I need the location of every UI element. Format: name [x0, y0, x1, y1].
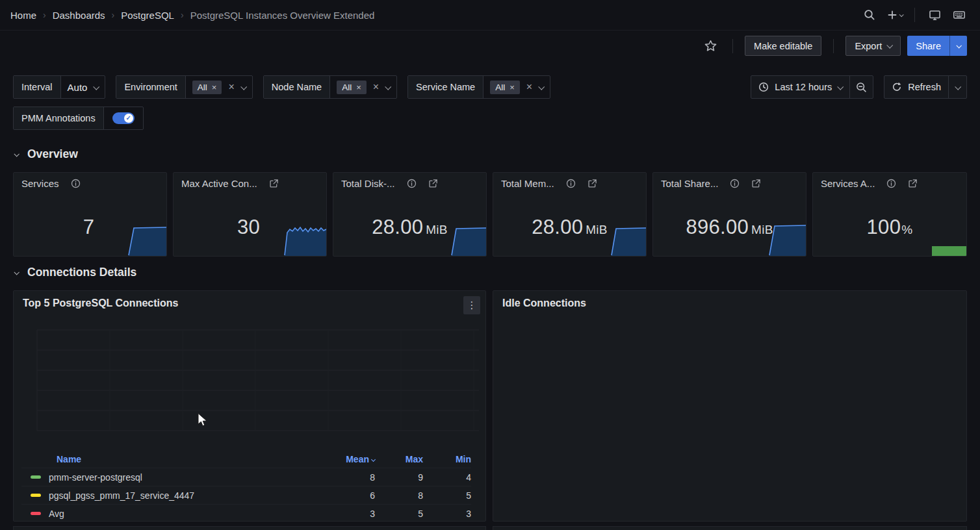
breadcrumb-separator: › — [181, 10, 184, 20]
scatter-chart[interactable] — [14, 291, 480, 448]
zoom-out-time-button[interactable] — [850, 76, 873, 98]
chevron-down-icon — [837, 83, 844, 90]
chip-label: All — [495, 82, 505, 92]
stat-value: 896.00 — [686, 216, 749, 238]
divider — [732, 39, 733, 53]
panel-top5-postgresql-connections: Top 5 PostgreSQL Connections ⋮ Name Mean… — [13, 290, 486, 522]
series-name[interactable]: pmm-server-postgresql — [49, 472, 142, 483]
hexagon-chart — [493, 308, 967, 522]
mean-value: 3 — [323, 509, 375, 519]
info-icon[interactable] — [730, 179, 740, 188]
legend-header-name[interactable]: Name — [57, 454, 81, 464]
filter-chip[interactable]: All × — [337, 81, 367, 94]
series-swatch — [31, 512, 41, 515]
refresh-button[interactable]: Refresh — [884, 76, 948, 98]
mean-value: 6 — [323, 490, 375, 501]
section-connections-details[interactable]: Connections Details — [14, 266, 136, 279]
clear-all-icon[interactable]: × — [373, 81, 379, 93]
dashboard-toolbar: Make editable Export Share — [0, 31, 980, 61]
keyboard-shortcuts-button[interactable] — [949, 5, 970, 25]
stat-value: 28.00 — [372, 216, 423, 238]
external-link-icon[interactable] — [269, 179, 279, 188]
legend-table: Name Mean Max Min pmm-server-postgresql … — [21, 451, 471, 522]
info-icon[interactable] — [407, 179, 417, 188]
environment-select[interactable]: All × × — [186, 76, 252, 98]
service-name-select[interactable]: All × × — [484, 76, 550, 98]
info-icon[interactable] — [566, 179, 576, 188]
panel-title[interactable]: Services A... — [821, 178, 875, 189]
panel-title[interactable]: Total Disk-... — [341, 178, 395, 189]
legend-header-min[interactable]: Min — [423, 454, 471, 464]
series-swatch — [31, 494, 41, 497]
info-icon[interactable] — [886, 179, 896, 188]
time-range-picker[interactable]: Last 12 hours — [751, 76, 849, 98]
export-button[interactable]: Export — [845, 36, 901, 56]
make-editable-button[interactable]: Make editable — [745, 36, 821, 56]
environment-control: Environment All × × — [116, 75, 252, 99]
external-link-icon[interactable] — [908, 179, 918, 188]
share-menu-button[interactable] — [949, 36, 967, 56]
next-row-panel-top — [493, 526, 967, 530]
sparkline — [768, 223, 806, 256]
stat-panel-total-shared: Total Share... 896.00MiB — [652, 172, 806, 257]
service-name-label: Service Name — [408, 76, 484, 98]
export-button-label: Export — [855, 41, 882, 51]
panel-idle-connections: Idle Connections — [493, 290, 967, 522]
legend-header-mean[interactable]: Mean — [323, 454, 375, 464]
legend-header-max[interactable]: Max — [375, 454, 423, 464]
search-button[interactable] — [859, 5, 880, 25]
pmm-annotations-toggle[interactable]: ✓ — [112, 112, 135, 124]
panel-title[interactable]: Max Active Con... — [181, 178, 257, 189]
collapse-chevron-icon — [14, 151, 19, 157]
section-overview[interactable]: Overview — [14, 147, 78, 161]
remove-chip-icon[interactable]: × — [356, 82, 361, 92]
next-row-panel-top — [13, 526, 486, 530]
stat-unit: MiB — [426, 223, 448, 236]
stat-value: 100 — [867, 216, 901, 238]
info-icon[interactable] — [71, 179, 81, 188]
divider — [833, 39, 834, 53]
clear-all-icon[interactable]: × — [526, 81, 532, 93]
add-new-button[interactable] — [884, 9, 905, 21]
star-icon — [704, 40, 717, 52]
filter-chip[interactable]: All × — [490, 81, 520, 94]
external-link-icon[interactable] — [587, 179, 597, 188]
sparkline — [127, 225, 166, 256]
series-name[interactable]: Avg — [49, 509, 64, 519]
panel-title[interactable]: Total Share... — [661, 178, 718, 189]
service-name-control: Service Name All × × — [407, 75, 550, 99]
environment-label: Environment — [116, 76, 185, 98]
breadcrumb-folder[interactable]: PostgreSQL — [121, 10, 174, 21]
share-button[interactable]: Share — [907, 36, 949, 56]
clear-all-icon[interactable]: × — [228, 81, 234, 93]
chevron-down-icon — [538, 83, 545, 90]
panel-title[interactable]: Total Mem... — [501, 178, 554, 189]
breadcrumb-current-dashboard: PostgreSQL Instances Overview Extended — [190, 10, 375, 21]
min-value: 3 — [423, 509, 471, 519]
sparkline — [283, 225, 326, 256]
display-mode-button[interactable] — [924, 5, 945, 25]
remove-chip-icon[interactable]: × — [212, 82, 217, 92]
search-icon — [864, 9, 875, 21]
external-link-icon[interactable] — [751, 179, 761, 188]
panel-title[interactable]: Services — [21, 178, 59, 189]
mean-value: 8 — [323, 472, 375, 483]
refresh-interval-button[interactable] — [949, 76, 966, 98]
series-name[interactable]: pgsql_pgss_pmm_17_service_4447 — [49, 490, 194, 501]
filter-chip[interactable]: All × — [192, 81, 222, 94]
interval-select[interactable]: Auto — [61, 76, 105, 98]
interval-control: Interval Auto — [13, 75, 105, 99]
favorite-button[interactable] — [700, 36, 721, 57]
chevron-down-icon — [887, 42, 894, 49]
chevron-down-icon — [94, 83, 100, 90]
refresh-group: Refresh — [884, 75, 967, 99]
external-link-icon[interactable] — [428, 179, 438, 188]
refresh-label: Refresh — [908, 82, 941, 92]
interval-value: Auto — [68, 82, 88, 93]
breadcrumb-dashboards[interactable]: Dashboards — [53, 10, 105, 21]
section-title: Connections Details — [27, 266, 136, 279]
node-name-select[interactable]: All × × — [330, 76, 396, 98]
breadcrumb-home[interactable]: Home — [10, 10, 36, 21]
remove-chip-icon[interactable]: × — [509, 82, 515, 92]
max-value: 9 — [375, 472, 423, 483]
